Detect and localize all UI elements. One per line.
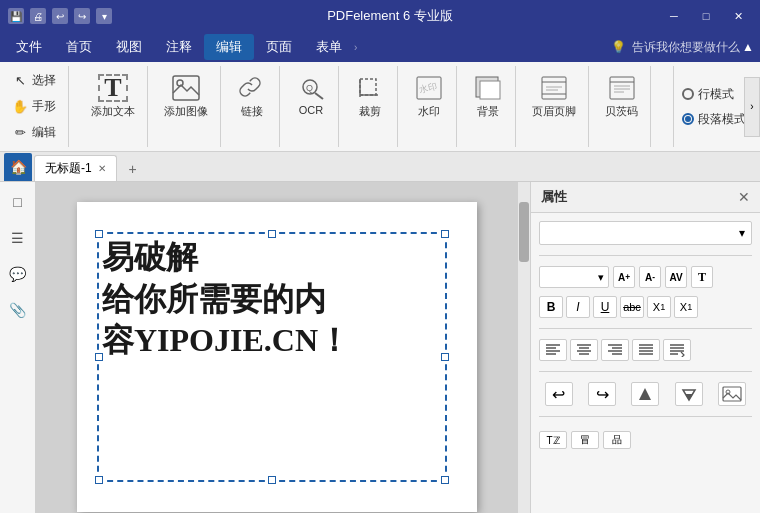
font-size-value (544, 271, 547, 283)
titlebar: 💾 🖨 ↩ ↪ ▾ PDFelement 6 专业版 ─ □ ✕ (0, 0, 760, 32)
comment-tool[interactable]: 💬 (6, 262, 30, 286)
strikethrough-button[interactable]: abc (620, 296, 644, 318)
document-page: 易破解 给你所需要的内 容YIPOJIE.CN！ (77, 202, 477, 512)
add-image-button[interactable]: 添加图像 (158, 70, 214, 123)
minimize-button[interactable]: ─ (660, 5, 688, 27)
add-text-icon: T (98, 74, 128, 102)
align-left-button[interactable] (539, 339, 567, 361)
menu-item-view[interactable]: 视图 (104, 34, 154, 60)
panel-close-button[interactable]: ✕ (738, 189, 750, 205)
font-size-increase-button[interactable]: A+ (613, 266, 635, 288)
separator-2 (539, 328, 752, 329)
watermark-button[interactable]: 水印 水印 (408, 70, 450, 123)
line-mode-radio[interactable] (682, 88, 694, 100)
save-icon[interactable]: 💾 (8, 8, 24, 24)
svg-line-3 (315, 93, 323, 99)
bottom-tools-row: Tℤ 冒 品 (539, 427, 752, 453)
hand-tool[interactable]: ✋ 手形 (8, 96, 60, 117)
menu-item-edit[interactable]: 编辑 (204, 34, 254, 60)
font-family-dropdown[interactable]: ▾ (539, 221, 752, 245)
maximize-button[interactable]: □ (692, 5, 720, 27)
properties-panel: 属性 ✕ ▾ ▾ A+ A- AV T (530, 182, 760, 513)
handle-bottom-right[interactable] (441, 476, 449, 484)
close-button[interactable]: ✕ (724, 5, 752, 27)
font-size-dropdown[interactable]: ▾ (539, 266, 609, 288)
menu-item-annotation[interactable]: 注释 (154, 34, 204, 60)
sort-ascending-button[interactable] (631, 382, 659, 406)
scrollbar-thumb[interactable] (519, 202, 529, 262)
paragraph-mode-radio[interactable] (682, 113, 694, 125)
subscript-button[interactable]: X1 (674, 296, 698, 318)
layout-settings-icon[interactable]: 品 (603, 431, 631, 449)
add-text-button[interactable]: T 添加文本 (85, 70, 141, 123)
link-button[interactable]: 链接 (231, 70, 273, 123)
crop-button[interactable]: 裁剪 (349, 70, 391, 123)
superscript-button[interactable]: X1 (647, 296, 671, 318)
underline-button[interactable]: U (593, 296, 617, 318)
watermark-icon: 水印 (414, 74, 444, 102)
text-settings-icon[interactable]: Tℤ (539, 431, 567, 449)
tab-close-button[interactable]: ✕ (98, 163, 106, 174)
background-button[interactable]: 背景 (467, 70, 509, 123)
edit-tool[interactable]: ✏ 编辑 (8, 122, 60, 143)
text-color-button[interactable]: T (691, 266, 713, 288)
menu-item-form[interactable]: 表单 (304, 34, 354, 60)
menu-item-file[interactable]: 文件 (4, 34, 54, 60)
text-line-2: 给你所需要的内 (102, 279, 350, 321)
line-mode-option[interactable]: 行模式 (682, 86, 746, 103)
redo-action-button[interactable]: ↪ (588, 382, 616, 406)
titlebar-icons: 💾 🖨 ↩ ↪ ▾ (8, 8, 112, 24)
select-tool[interactable]: ↖ 选择 (8, 70, 60, 91)
menu-item-home[interactable]: 首页 (54, 34, 104, 60)
paragraph-mode-option[interactable]: 段落模式 (682, 111, 746, 128)
undo-action-button[interactable]: ↩ (545, 382, 573, 406)
undo-titlebar-icon[interactable]: ↩ (52, 8, 68, 24)
document-text: 易破解 给你所需要的内 容YIPOJIE.CN！ (102, 237, 350, 362)
select-icon: ↖ (12, 73, 28, 89)
font-family-value (546, 226, 549, 240)
font-size-row: ▾ A+ A- AV T (539, 266, 752, 288)
separator-3 (539, 371, 752, 372)
attachment-tool[interactable]: 📎 (6, 298, 30, 322)
handle-middle-right[interactable] (441, 353, 449, 361)
new-tab-button[interactable]: + (121, 157, 145, 181)
document-tab[interactable]: 无标题-1 ✕ (34, 155, 117, 181)
italic-button[interactable]: I (566, 296, 590, 318)
size-dropdown-arrow: ▾ (598, 271, 604, 284)
menu-separator: › (354, 42, 362, 53)
app-title: PDFelement 6 专业版 (120, 7, 660, 25)
customize-icon[interactable]: ▾ (96, 8, 112, 24)
search-bar[interactable]: 💡 告诉我你想要做什么 (611, 39, 740, 56)
hand-icon: ✋ (12, 98, 28, 114)
bookmark-tool[interactable]: ☰ (6, 226, 30, 250)
svg-marker-42 (639, 388, 651, 400)
svg-text:Q: Q (306, 83, 313, 93)
insert-image-button[interactable] (718, 382, 746, 406)
ocr-button[interactable]: Q OCR (290, 70, 332, 120)
header-footer-button[interactable]: 页眉页脚 (526, 70, 582, 123)
tab-bar: 🏠 无标题-1 ✕ + (0, 152, 760, 182)
align-right-button[interactable] (601, 339, 629, 361)
list-settings-icon[interactable]: 冒 (571, 431, 599, 449)
font-size-decrease-button[interactable]: A- (639, 266, 661, 288)
bates-button[interactable]: 贝茨码 (599, 70, 644, 123)
sort-descending-button[interactable] (675, 382, 703, 406)
char-spacing-button[interactable]: AV (665, 266, 687, 288)
print-icon[interactable]: 🖨 (30, 8, 46, 24)
home-button[interactable]: 🏠 (4, 153, 32, 181)
handle-bottom-middle[interactable] (268, 476, 276, 484)
svg-rect-5 (360, 79, 376, 95)
thumbnail-tool[interactable]: □ (6, 190, 30, 214)
align-center-button[interactable] (570, 339, 598, 361)
redo-titlebar-icon[interactable]: ↪ (74, 8, 90, 24)
paragraph-options-button[interactable] (663, 339, 691, 361)
separator-4 (539, 416, 752, 417)
handle-bottom-left[interactable] (95, 476, 103, 484)
tab-label: 无标题-1 (45, 160, 92, 177)
ribbon-collapse-button[interactable]: ▲ (740, 39, 756, 55)
panel-expand-button[interactable]: › (744, 77, 760, 137)
menu-item-page[interactable]: 页面 (254, 34, 304, 60)
bold-button[interactable]: B (539, 296, 563, 318)
handle-top-right[interactable] (441, 230, 449, 238)
align-justify-button[interactable] (632, 339, 660, 361)
